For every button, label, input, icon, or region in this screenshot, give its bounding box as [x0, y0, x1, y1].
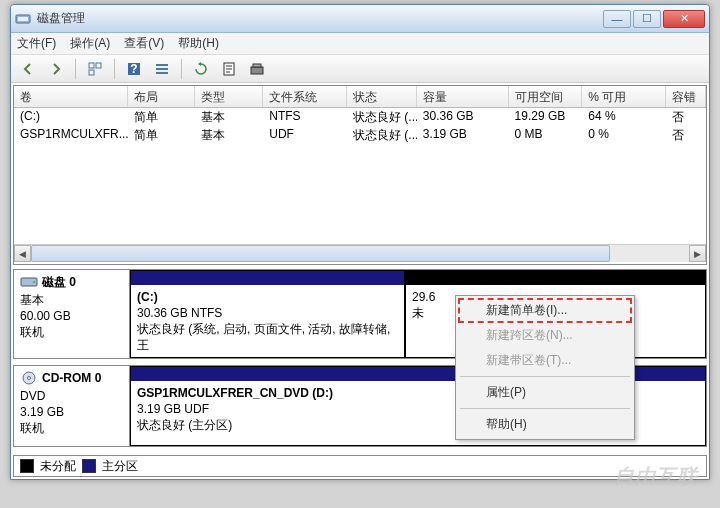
disk-state: 联机	[20, 420, 123, 436]
menu-help[interactable]: 帮助(H)	[458, 412, 632, 437]
disk-type: DVD	[20, 388, 123, 404]
toolbar-separator	[75, 59, 76, 79]
maximize-button[interactable]: ☐	[633, 10, 661, 28]
svg-rect-12	[253, 64, 261, 67]
back-button[interactable]	[17, 58, 39, 80]
legend-swatch-primary	[82, 459, 96, 473]
col-volume[interactable]: 卷	[14, 86, 128, 107]
col-status[interactable]: 状态	[347, 86, 417, 107]
legend: 未分配 主分区	[13, 455, 707, 477]
col-pct[interactable]: % 可用	[582, 86, 666, 107]
forward-button[interactable]	[45, 58, 67, 80]
table-row[interactable]: (C:) 简单 基本 NTFS 状态良好 (... 30.36 GB 19.29…	[14, 108, 706, 126]
menu-help[interactable]: 帮助(H)	[178, 35, 219, 52]
volume-name: (C:)	[137, 289, 398, 305]
table-row[interactable]: GSP1RMCULXFR... 简单 基本 UDF 状态良好 (... 3.19…	[14, 126, 706, 144]
cell-free: 19.29 GB	[509, 108, 583, 126]
disk-size: 60.00 GB	[20, 308, 123, 324]
disk-title: CD-ROM 0	[42, 370, 101, 386]
cell-type: 基本	[195, 108, 263, 126]
cell-fs: UDF	[263, 126, 347, 144]
col-fault[interactable]: 容错	[666, 86, 706, 107]
menu-separator	[460, 408, 630, 409]
volume-bar	[131, 271, 404, 285]
svg-rect-3	[96, 63, 101, 68]
cell-free: 0 MB	[509, 126, 583, 144]
disk-type: 基本	[20, 292, 123, 308]
cell-volume: GSP1RMCULXFR...	[14, 126, 128, 144]
cell-layout: 简单	[128, 126, 196, 144]
cell-layout: 简单	[128, 108, 196, 126]
cell-volume: (C:)	[14, 108, 128, 126]
volume-block-c[interactable]: (C:) 30.36 GB NTFS 状态良好 (系统, 启动, 页面文件, 活…	[130, 270, 405, 358]
toolbar-separator	[181, 59, 182, 79]
scroll-left-button[interactable]: ◀	[14, 245, 31, 262]
scroll-thumb[interactable]	[31, 245, 610, 262]
app-icon	[15, 11, 31, 27]
menu-action[interactable]: 操作(A)	[70, 35, 110, 52]
close-button[interactable]: ✕	[663, 10, 705, 28]
col-layout[interactable]: 布局	[128, 86, 196, 107]
properties-button[interactable]	[218, 58, 240, 80]
context-menu: 新建简单卷(I)... 新建跨区卷(N)... 新建带区卷(T)... 属性(P…	[455, 295, 635, 440]
cell-pct: 0 %	[582, 126, 666, 144]
disk-size: 3.19 GB	[20, 404, 123, 420]
cell-type: 基本	[195, 126, 263, 144]
menu-new-simple-volume[interactable]: 新建简单卷(I)...	[458, 298, 632, 323]
cell-capacity: 3.19 GB	[417, 126, 509, 144]
toolbar: ?	[11, 55, 709, 83]
disk-icon	[20, 275, 38, 289]
volume-status: 状态良好 (系统, 启动, 页面文件, 活动, 故障转储, 王	[137, 321, 398, 353]
titlebar: 磁盘管理 — ☐ ✕	[11, 5, 709, 33]
menu-properties[interactable]: 属性(P)	[458, 380, 632, 405]
svg-rect-4	[89, 70, 94, 75]
col-free[interactable]: 可用空间	[509, 86, 583, 107]
help-button[interactable]: ?	[123, 58, 145, 80]
disk-label[interactable]: CD-ROM 0 DVD 3.19 GB 联机	[14, 366, 130, 446]
toolbar-separator	[114, 59, 115, 79]
legend-label-primary: 主分区	[102, 458, 138, 475]
svg-point-14	[33, 281, 35, 283]
col-capacity[interactable]: 容量	[417, 86, 509, 107]
col-fs[interactable]: 文件系统	[263, 86, 347, 107]
svg-rect-1	[18, 17, 28, 21]
cell-fault: 否	[666, 126, 706, 144]
scroll-right-button[interactable]: ▶	[689, 245, 706, 262]
minimize-button[interactable]: —	[603, 10, 631, 28]
settings-button[interactable]	[246, 58, 268, 80]
table-body: (C:) 简单 基本 NTFS 状态良好 (... 30.36 GB 19.29…	[14, 108, 706, 244]
disk-label[interactable]: 磁盘 0 基本 60.00 GB 联机	[14, 270, 130, 358]
view-grid-button[interactable]	[84, 58, 106, 80]
volume-size: 30.36 GB NTFS	[137, 305, 398, 321]
menu-new-striped-volume[interactable]: 新建带区卷(T)...	[458, 348, 632, 373]
volume-bar	[406, 271, 705, 285]
menu-separator	[460, 376, 630, 377]
cell-pct: 64 %	[582, 108, 666, 126]
view-list-button[interactable]	[151, 58, 173, 80]
scroll-track[interactable]	[31, 245, 689, 262]
legend-swatch-unallocated	[20, 459, 34, 473]
legend-label-unallocated: 未分配	[40, 458, 76, 475]
col-type[interactable]: 类型	[195, 86, 263, 107]
cell-status: 状态良好 (...	[347, 126, 417, 144]
svg-point-16	[28, 377, 31, 380]
svg-text:?: ?	[130, 62, 137, 76]
svg-rect-2	[89, 63, 94, 68]
cdrom-icon	[20, 371, 38, 385]
disk-title: 磁盘 0	[42, 274, 76, 290]
cell-fault: 否	[666, 108, 706, 126]
svg-rect-7	[156, 64, 168, 66]
svg-rect-11	[251, 67, 263, 74]
svg-rect-8	[156, 68, 168, 70]
cell-capacity: 30.36 GB	[417, 108, 509, 126]
menu-view[interactable]: 查看(V)	[124, 35, 164, 52]
table-header: 卷 布局 类型 文件系统 状态 容量 可用空间 % 可用 容错	[14, 86, 706, 108]
menu-new-spanned-volume[interactable]: 新建跨区卷(N)...	[458, 323, 632, 348]
window-title: 磁盘管理	[37, 10, 603, 27]
menu-file[interactable]: 文件(F)	[17, 35, 56, 52]
volume-table: 卷 布局 类型 文件系统 状态 容量 可用空间 % 可用 容错 (C:) 简单 …	[13, 85, 707, 265]
disk-state: 联机	[20, 324, 123, 340]
refresh-button[interactable]	[190, 58, 212, 80]
svg-rect-9	[156, 72, 168, 74]
horizontal-scrollbar[interactable]: ◀ ▶	[14, 244, 706, 262]
